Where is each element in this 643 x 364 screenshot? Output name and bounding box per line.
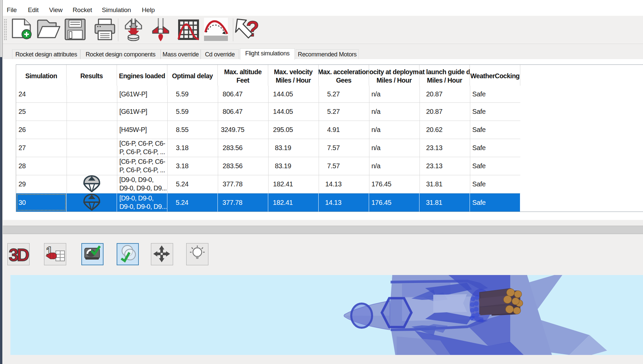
svg-text:3D: 3D	[9, 245, 29, 265]
